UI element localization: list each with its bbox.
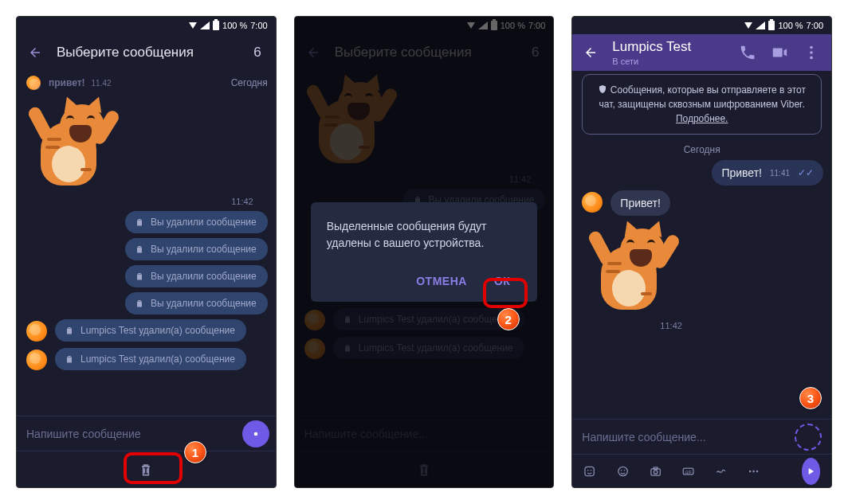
confirm-dialog: Выделенные сообщения будут удалены с ваш… [311,202,538,302]
svg-point-15 [749,470,752,472]
camera-icon[interactable] [650,463,662,480]
svg-point-9 [623,469,625,471]
deleted-msg-self[interactable]: Вы удалили сообщение [125,238,268,260]
ok-button[interactable]: ОК [483,268,521,294]
send-button[interactable] [242,420,269,447]
presence: В сети [612,57,724,66]
encryption-more-link[interactable]: Подробнее. [676,113,728,124]
cancel-button[interactable]: ОТМЕНА [405,268,478,294]
emoji-icon[interactable] [617,463,629,480]
deleted-row-other[interactable]: Lumpics Test удалил(а) сообщение [25,348,268,372]
dialog-message: Выделенные сообщения будут удалены с ваш… [327,218,522,251]
avatar [25,319,49,343]
more-dots-icon[interactable] [748,463,760,480]
video-icon[interactable] [771,44,788,61]
compose-bar: Напишите сообщение... [572,419,831,454]
trash-icon [135,217,144,228]
battery-pct: 100 % [222,21,247,30]
top-row: привет! 11.42 Сегодня [25,74,268,92]
cell-signal-icon [200,21,210,29]
sent-message[interactable]: Привет! 11:41 ✓✓ [712,160,823,186]
app-bar-title: Выберите сообщения [57,45,239,61]
deleted-msg-self[interactable]: Вы удалили сообщение [125,292,268,315]
step-badge-1: 1 [184,441,206,463]
cell-signal-icon [756,21,765,29]
sticker-time: 11:42 [231,197,253,206]
date-chip: Сегодня [684,144,720,155]
contact-name[interactable]: Lumpics Test [612,39,724,55]
avatar [25,348,49,372]
selection-count: 6 [253,45,264,61]
chat-body: привет! 11.42 Сегодня 11:42 Вы удалили с… [17,71,276,416]
trash-icon [135,244,144,255]
chat-body: Сегодня Привет! 11:41 ✓✓ Привет! 11:42 [572,141,831,419]
phone-icon[interactable] [739,44,756,61]
screen-3: 100 % 7:00 Lumpics Test В сети Сообщения… [571,16,832,488]
cat-sticker[interactable] [25,98,119,192]
svg-point-11 [654,470,657,473]
sent-time: 11:41 [770,169,790,178]
battery-icon [768,21,775,30]
received-row: Привет! [580,190,823,216]
compose-placeholder[interactable]: Напишите сообщение... [582,431,705,443]
prior-msg: привет! [49,77,85,88]
svg-point-5 [587,469,589,471]
more-icon[interactable] [803,44,820,61]
back-arrow-icon[interactable] [583,45,598,60]
status-bar: 100 % 7:00 [17,17,276,34]
step-badge-2: 2 [497,308,520,330]
signal-down-icon [189,22,197,29]
compose-placeholder[interactable]: Напишите сообщение [26,428,141,440]
svg-point-6 [591,469,592,471]
app-bar: Выберите сообщения 6 [17,34,276,71]
trash-icon [135,298,144,309]
deleted-msg-self[interactable]: Вы удалили сообщение [125,265,268,287]
read-checks-icon: ✓✓ [798,167,814,178]
step-badge-3: 3 [799,387,822,409]
trash-icon [65,354,74,365]
trash-icon [135,271,144,282]
svg-point-8 [620,469,622,471]
svg-point-17 [756,470,759,472]
sticker-face-icon[interactable] [583,463,595,480]
date-chip: Сегодня [231,77,268,88]
signal-down-icon [744,22,752,29]
svg-point-16 [753,470,756,472]
svg-point-0 [253,432,257,436]
voice-message-button[interactable] [802,458,820,485]
svg-point-7 [618,467,626,475]
delete-icon[interactable] [138,461,154,479]
screen-1: 100 % 7:00 Выберите сообщения 6 привет! … [16,16,277,488]
clock: 7:00 [250,21,267,30]
sticker-time: 11:42 [660,321,823,330]
clock: 7:00 [807,21,823,30]
deleted-row-other[interactable]: Lumpics Test удалил(а) сообщение [25,319,268,343]
encryption-notice[interactable]: Сообщения, которые вы отправляете в этот… [582,74,822,135]
bottom-action-bar [17,451,276,487]
shield-icon [598,84,607,94]
received-message[interactable]: Привет! [610,190,670,216]
back-arrow-icon[interactable] [28,45,42,60]
svg-point-2 [810,51,813,54]
modal-scrim[interactable]: Выделенные сообщения будут удалены с ваш… [295,17,554,487]
screen-2: 100 % 7:00 Выберите сообщения 6 11:42 Вы… [294,16,555,488]
attach-button[interactable] [795,424,822,451]
battery-pct: 100 % [778,21,803,30]
cat-sticker[interactable] [585,222,679,316]
app-bar: Lumpics Test В сети [572,34,831,71]
svg-rect-4 [585,467,594,475]
svg-point-1 [810,46,813,49]
avatar [25,74,42,92]
deleted-msg-self[interactable]: Вы удалили сообщение [125,211,268,233]
avatar[interactable] [580,190,604,214]
battery-icon [213,21,219,30]
svg-point-3 [810,57,813,60]
prior-time: 11.42 [92,79,112,88]
compose-bar: Напишите сообщение [17,416,276,451]
doodle-icon[interactable] [715,463,727,480]
trash-icon [65,325,74,336]
svg-text:GIF: GIF [685,469,691,474]
gif-icon[interactable]: GIF [682,463,694,480]
dialog-actions: ОТМЕНА ОК [327,268,522,294]
quick-action-row: GIF [572,454,831,487]
